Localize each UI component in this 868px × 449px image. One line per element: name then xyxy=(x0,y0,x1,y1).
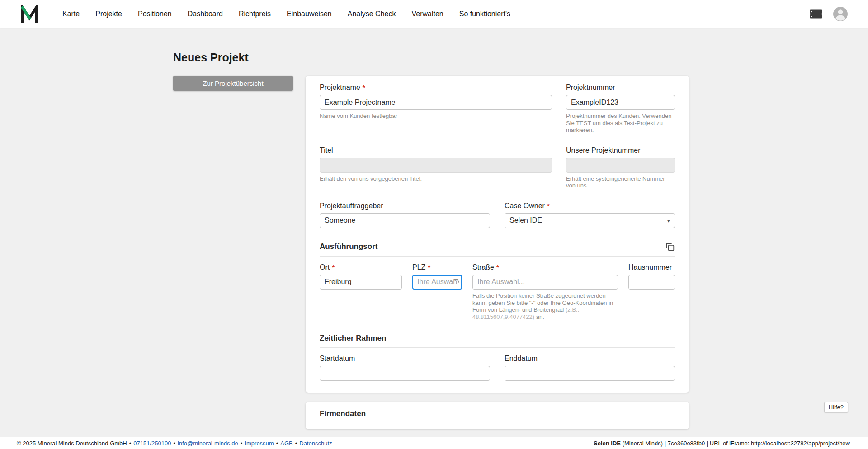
strasse-input[interactable] xyxy=(472,275,618,290)
section-title: Zeitlicher Rahmen xyxy=(320,334,386,343)
case-owner-select[interactable]: Selen IDE ▾ xyxy=(505,213,675,228)
footer-link-impressum[interactable]: Impressum xyxy=(245,440,274,447)
server-icon[interactable] xyxy=(809,9,823,19)
section-firmendaten: Firmendaten xyxy=(320,409,675,418)
label-text: Unsere Projektnummer xyxy=(566,146,641,154)
session-details: (Mineral Minds) | 7ce360e83fb0 | URL of … xyxy=(621,440,850,447)
section-divider xyxy=(320,256,675,257)
section-divider xyxy=(320,423,675,423)
label-text: Projektnummer xyxy=(566,83,615,92)
nav-item-verwalten[interactable]: Verwalten xyxy=(411,10,443,18)
label-text: Startdatum xyxy=(320,354,355,363)
chevron-down-icon: ▾ xyxy=(667,217,670,224)
footer: © 2025 Mineral Minds Deutschland GmbH • … xyxy=(0,437,868,449)
footer-link-agb[interactable]: AGB xyxy=(280,440,292,447)
required-indicator: * xyxy=(428,263,430,271)
required-indicator: * xyxy=(547,201,550,210)
session-user: Selen IDE xyxy=(594,440,621,447)
back-to-project-overview-button[interactable]: Zur Projektübersicht xyxy=(173,76,293,91)
form-row: Projektname* Name vom Kunden festlegbar … xyxy=(320,83,675,134)
nav-item-dashboard[interactable]: Dashboard xyxy=(188,10,223,18)
unsere-projektnummer-label: Unsere Projektnummer xyxy=(566,146,675,154)
case-owner-label: Case Owner* xyxy=(505,201,675,210)
helper-text: Falls die Position keiner Straße zugeord… xyxy=(472,292,613,313)
firmendaten-card: Firmendaten xyxy=(306,402,689,429)
nav-item-analyse-check[interactable]: Analyse Check xyxy=(348,10,396,18)
projektname-input[interactable] xyxy=(320,95,552,110)
nav-item-projekte[interactable]: Projekte xyxy=(95,10,122,18)
form-row: Startdatum Enddatum xyxy=(320,354,675,381)
case-owner-value: Selen IDE xyxy=(509,216,542,224)
top-nav: Karte Projekte Positionen Dashboard Rich… xyxy=(0,0,868,28)
projektauftraggeber-input[interactable] xyxy=(320,213,490,228)
projektauftraggeber-label: Projektauftraggeber xyxy=(320,201,490,210)
enddatum-label: Enddatum xyxy=(505,354,675,363)
footer-link-email[interactable]: info@mineral-minds.de xyxy=(178,440,238,447)
section-divider xyxy=(320,347,675,348)
projektnummer-field: Projektnummer Projektnummer des Kunden. … xyxy=(566,83,675,134)
section-title: Ausführungsort xyxy=(320,242,377,251)
projektnummer-label: Projektnummer xyxy=(566,83,675,92)
plz-field: PLZ* xyxy=(412,263,462,320)
nav-item-richtpreis[interactable]: Richtpreis xyxy=(239,10,271,18)
plz-label: PLZ* xyxy=(412,263,462,271)
label-text: Titel xyxy=(320,146,333,154)
hausnummer-field: Hausnummer xyxy=(628,263,675,320)
logo[interactable] xyxy=(20,5,40,23)
strasse-field: Straße* Falls die Position keiner Straße… xyxy=(472,263,618,320)
projektname-helper: Name vom Kunden festlegbar xyxy=(320,112,552,120)
footer-link-phone[interactable]: 07151/250100 xyxy=(133,440,171,447)
hausnummer-input[interactable] xyxy=(628,275,675,290)
plz-input-wrap xyxy=(412,275,462,290)
label-text: Case Owner xyxy=(505,201,545,210)
startdatum-input[interactable] xyxy=(320,366,490,381)
form-row: Ort* PLZ* Straße* Falls die Position kei… xyxy=(320,263,675,320)
copyright-text: © 2025 Mineral Minds Deutschland GmbH xyxy=(17,440,127,447)
unsere-projektnummer-input xyxy=(566,158,675,173)
session-info: Selen IDE (Mineral Minds) | 7ce360e83fb0… xyxy=(594,440,850,447)
enddatum-field: Enddatum xyxy=(505,354,675,381)
section-ausfuehrungsort: Ausführungsort xyxy=(320,242,675,252)
main-menu: Karte Projekte Positionen Dashboard Rich… xyxy=(62,10,510,18)
titel-field: Titel Erhält den von uns vorgegebenen Ti… xyxy=(320,146,552,189)
project-form-card: Projektname* Name vom Kunden festlegbar … xyxy=(306,76,689,393)
ort-input[interactable] xyxy=(320,275,402,290)
helper-suffix: an. xyxy=(534,313,544,320)
required-indicator: * xyxy=(332,263,335,271)
mineral-minds-logo-icon xyxy=(20,5,39,23)
copy-icon[interactable] xyxy=(665,242,675,252)
enddatum-input[interactable] xyxy=(505,366,675,381)
separator: • xyxy=(173,440,175,447)
unsere-projektnummer-helper: Erhält eine systemgenerierte Nummer von … xyxy=(566,175,675,189)
separator: • xyxy=(129,440,132,447)
titel-helper: Erhält den von uns vorgegebenen Titel. xyxy=(320,175,552,182)
separator: • xyxy=(276,440,278,447)
nav-item-einbauweisen[interactable]: Einbauweisen xyxy=(287,10,332,18)
label-text: PLZ xyxy=(412,263,425,271)
nav-item-karte[interactable]: Karte xyxy=(62,10,80,18)
startdatum-label: Startdatum xyxy=(320,354,490,363)
startdatum-field: Startdatum xyxy=(320,354,490,381)
projektauftraggeber-field: Projektauftraggeber xyxy=(320,201,490,228)
required-indicator: * xyxy=(496,263,499,271)
label-text: Straße xyxy=(472,263,494,271)
nav-item-so-funktionierts[interactable]: So funktioniert's xyxy=(459,10,510,18)
hausnummer-label: Hausnummer xyxy=(628,263,675,271)
titel-label: Titel xyxy=(320,146,552,154)
avatar[interactable] xyxy=(833,6,848,22)
case-owner-field: Case Owner* Selen IDE ▾ xyxy=(505,201,675,228)
projektnummer-input[interactable] xyxy=(566,95,675,110)
required-indicator: * xyxy=(363,83,365,92)
label-text: Projektname xyxy=(320,83,360,92)
nav-right xyxy=(809,6,848,22)
label-text: Enddatum xyxy=(505,354,538,363)
strasse-helper: Falls die Position keiner Straße zugeord… xyxy=(472,292,618,320)
page-title: Neues Projekt xyxy=(173,51,249,64)
separator: • xyxy=(241,440,243,447)
section-title: Firmendaten xyxy=(320,409,366,418)
footer-link-datenschutz[interactable]: Datenschutz xyxy=(299,440,332,447)
form-row: Titel Erhält den von uns vorgegebenen Ti… xyxy=(320,146,675,189)
help-button[interactable]: Hilfe? xyxy=(824,402,848,412)
label-text: Projektauftraggeber xyxy=(320,201,383,210)
nav-item-positionen[interactable]: Positionen xyxy=(138,10,172,18)
